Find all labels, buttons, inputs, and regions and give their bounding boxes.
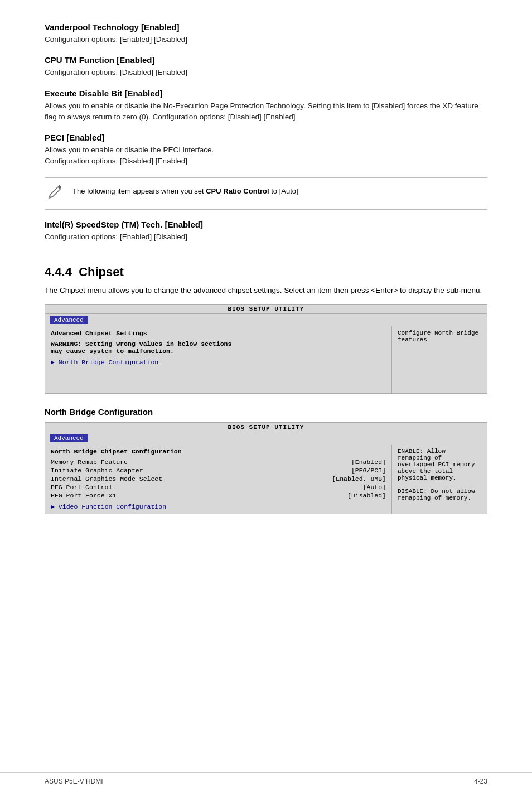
note-bold: CPU Ratio Control (206, 187, 269, 195)
cpu-tm-text: Configuration options: [Disabled] [Enabl… (45, 67, 487, 78)
cpu-tm-heading: CPU TM Function [Enabled] (45, 55, 487, 65)
bios-setting-value-4: [Disabled] (347, 492, 386, 499)
bios-left-1: Advanced Chipset Settings WARNING: Setti… (45, 326, 392, 393)
speedstep-text: Configuration options: [Enabled] [Disabl… (45, 231, 487, 243)
bios-setting-row-4: PEG Port Force x1[Disabled] (51, 492, 386, 499)
bios-setting-value-3: [Auto] (363, 484, 386, 491)
bios-title-bar-2: BIOS SETUP UTILITY (45, 423, 487, 432)
bios-warning-1: WARNING: Setting wrong values in below s… (51, 340, 386, 355)
north-bridge-heading: North Bridge Configuration (45, 407, 487, 417)
bios-setting-value-0: [Enabled] (351, 458, 386, 466)
peci-heading: PECI [Enabled] (45, 133, 487, 142)
peci-text: Allows you to enable or disable the PECI… (45, 144, 487, 167)
execute-disable-text: Allows you to enable or disable the No-E… (45, 100, 487, 123)
bios-menu-item-2: Video Function Configuration (51, 503, 386, 510)
bios-setting-row-0: Memory Remap Feature[Enabled] (51, 458, 386, 466)
chapter-section: 4.4.4 Chipset The Chipset menu allows yo… (45, 265, 487, 394)
bios-right-1: Configure North Bridge features (392, 326, 487, 393)
chapter-text: The Chipset menu allows you to change th… (45, 285, 487, 296)
bios-main-title-1: Advanced Chipset Settings (51, 330, 386, 337)
section-cpu-tm: CPU TM Function [Enabled] Configuration … (45, 55, 487, 78)
bios-title-bar-1: BIOS SETUP UTILITY (45, 305, 487, 314)
bios-tab-1: Advanced (50, 316, 88, 324)
bios-box-2: BIOS SETUP UTILITY Advanced North Bridge… (45, 422, 487, 514)
bios-main-title-2: North Bridge Chipset Configuration (51, 448, 386, 455)
section-execute-disable: Execute Disable Bit [Enabled] Allows you… (45, 89, 487, 123)
bios-setting-row-2: Internal Graphics Mode Select[Enabled, 8… (51, 475, 386, 482)
bios-setting-row-3: PEG Port Control[Auto] (51, 484, 386, 491)
vanderpool-text: Configuration options: [Enabled] [Disabl… (45, 34, 487, 45)
pencil-icon (45, 182, 67, 205)
bios-tab-2: Advanced (50, 434, 88, 442)
bios-left-2: North Bridge Chipset Configuration Memor… (45, 445, 392, 514)
bios-setting-label-3: PEG Port Control (51, 484, 363, 491)
bios-body-1: Advanced Chipset Settings WARNING: Setti… (45, 326, 487, 393)
bios-right-2: ENABLE: Allow remapping of overlapped PC… (392, 445, 487, 514)
vanderpool-heading: Vanderpool Technology [Enabled] (45, 22, 487, 32)
chapter-heading: 4.4.4 Chipset (45, 265, 487, 279)
bios-setting-label-1: Initiate Graphic Adapter (51, 467, 351, 474)
bios-settings-list: Memory Remap Feature[Enabled]Initiate Gr… (51, 458, 386, 499)
note-text: The following item appears when you set … (72, 182, 298, 197)
bios-setting-row-1: Initiate Graphic Adapter[PEG/PCI] (51, 467, 386, 474)
speedstep-heading: Intel(R) SpeedStep (TM) Tech. [Enabled] (45, 220, 487, 229)
bios-setting-label-2: Internal Graphics Mode Select (51, 475, 332, 482)
footer-left: ASUS P5E-V HDMI (45, 777, 103, 785)
bios-body-2: North Bridge Chipset Configuration Memor… (45, 445, 487, 514)
section-vanderpool: Vanderpool Technology [Enabled] Configur… (45, 22, 487, 45)
bios-menu-item-1: North Bridge Configuration (51, 358, 386, 366)
bios-setting-value-2: [Enabled, 8MB] (332, 475, 386, 482)
section-peci: PECI [Enabled] Allows you to enable or d… (45, 133, 487, 167)
footer: ASUS P5E-V HDMI 4-23 (0, 772, 532, 785)
bios-setting-label-0: Memory Remap Feature (51, 458, 351, 466)
execute-disable-heading: Execute Disable Bit [Enabled] (45, 89, 487, 98)
bios-box-1: BIOS SETUP UTILITY Advanced Advanced Chi… (45, 304, 487, 394)
bios-setting-label-4: PEG Port Force x1 (51, 492, 347, 499)
section-speedstep: Intel(R) SpeedStep (TM) Tech. [Enabled] … (45, 220, 487, 243)
footer-right: 4-23 (474, 777, 487, 785)
bios-setting-value-1: [PEG/PCI] (351, 467, 386, 474)
section-north-bridge: North Bridge Configuration BIOS SETUP UT… (45, 407, 487, 514)
note-box: The following item appears when you set … (45, 177, 487, 210)
